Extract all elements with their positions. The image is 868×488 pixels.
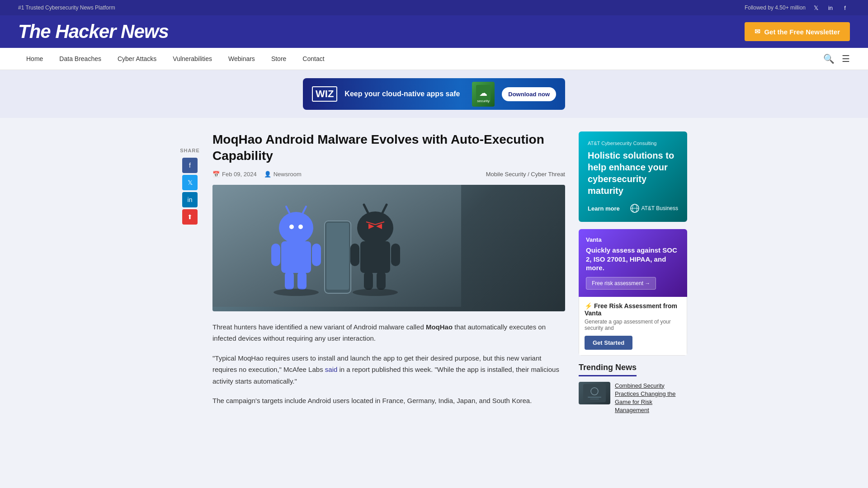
banner-image: ☁ security bbox=[472, 82, 495, 107]
svg-point-8 bbox=[298, 225, 303, 229]
calendar-icon: 📅 bbox=[212, 171, 220, 178]
free-risk-title: Free Risk Assessment from Vanta bbox=[585, 302, 681, 317]
share-label: SHARE bbox=[180, 148, 200, 153]
svg-rect-9 bbox=[281, 241, 311, 273]
article-image bbox=[212, 185, 565, 311]
svg-rect-24 bbox=[350, 244, 359, 266]
att-footer: Learn more AT&T Business bbox=[588, 204, 678, 213]
svg-point-29 bbox=[353, 289, 398, 296]
svg-rect-15 bbox=[326, 223, 349, 290]
email-icon: ✉ bbox=[755, 28, 760, 36]
article-date: 📅 Feb 09, 2024 bbox=[212, 171, 257, 178]
share-sidebar: SHARE f 𝕏 in ⬆ bbox=[181, 131, 199, 415]
svg-rect-23 bbox=[360, 241, 390, 273]
att-headline: Holistic solutions to help enhance your … bbox=[588, 150, 678, 197]
linkedin-icon[interactable]: in bbox=[826, 3, 835, 13]
banner-cta-button[interactable]: Download now bbox=[502, 87, 556, 101]
trending-item: Combined Security Practices Changing the… bbox=[579, 382, 687, 415]
share-twitter-button[interactable]: 𝕏 bbox=[182, 175, 198, 190]
svg-point-7 bbox=[289, 225, 294, 229]
top-bar: #1 Trusted Cybersecurity News Platform F… bbox=[0, 0, 868, 15]
svg-rect-27 bbox=[377, 272, 386, 290]
article-paragraph-1: Threat hunters have identified a new var… bbox=[212, 321, 565, 344]
article-paragraph-2: "Typical MoqHao requires users to instal… bbox=[212, 352, 565, 387]
nav-vulnerabilities[interactable]: Vulnerabilities bbox=[165, 48, 220, 70]
banner-area: WIZ Keep your cloud-native apps safe ☁ s… bbox=[0, 70, 868, 118]
att-logo: AT&T Business bbox=[630, 204, 678, 213]
vanta-ad-content: Vanta Quickly assess against SOC 2, ISO … bbox=[579, 229, 687, 297]
article-paragraph-3: The campaign's targets include Android u… bbox=[212, 395, 565, 407]
share-other-button[interactable]: ⬆ bbox=[182, 209, 198, 225]
svg-rect-12 bbox=[285, 272, 294, 290]
right-sidebar: AT&T Cybersecurity Consulting Holistic s… bbox=[579, 131, 687, 415]
search-icon[interactable]: 🔍 bbox=[823, 53, 835, 64]
malware-name: MoqHao bbox=[426, 323, 453, 331]
free-risk-desc: Generate a gap assessment of your securi… bbox=[585, 319, 681, 331]
vanta-brand: Vanta bbox=[586, 236, 680, 243]
svg-rect-26 bbox=[364, 272, 373, 290]
svg-rect-25 bbox=[391, 244, 400, 266]
vanta-ad: Vanta Quickly assess against SOC 2, ISO … bbox=[579, 229, 687, 356]
svg-point-16 bbox=[357, 211, 393, 244]
nav-data-breaches[interactable]: Data Breaches bbox=[51, 48, 109, 70]
att-brand: AT&T Cybersecurity Consulting bbox=[588, 141, 678, 146]
facebook-icon[interactable]: f bbox=[840, 3, 850, 13]
banner-ad: WIZ Keep your cloud-native apps safe ☁ s… bbox=[303, 78, 565, 110]
nav-webinars[interactable]: Webinars bbox=[220, 48, 263, 70]
banner-text: Keep your cloud-native apps safe bbox=[344, 89, 465, 99]
svg-rect-13 bbox=[297, 272, 307, 290]
main-content: SHARE f 𝕏 in ⬆ MoqHao Android Malware Ev… bbox=[163, 118, 705, 428]
said-link[interactable]: said bbox=[325, 366, 338, 373]
site-logo[interactable]: The Hacker News bbox=[18, 21, 169, 42]
trending-item-link[interactable]: Combined Security Practices Changing the… bbox=[615, 382, 687, 415]
vanta-cta-button[interactable]: Free risk assessment → bbox=[586, 277, 656, 290]
tagline: #1 Trusted Cybersecurity News Platform bbox=[18, 5, 115, 11]
svg-text:☁: ☁ bbox=[479, 89, 487, 98]
article-area: MoqHao Android Malware Evolves with Auto… bbox=[212, 131, 565, 415]
nav-cyber-attacks[interactable]: Cyber Attacks bbox=[109, 48, 165, 70]
svg-rect-11 bbox=[312, 244, 321, 266]
att-ad-content: AT&T Cybersecurity Consulting Holistic s… bbox=[579, 131, 687, 222]
svg-rect-10 bbox=[271, 244, 280, 266]
author-icon: 👤 bbox=[264, 171, 271, 178]
article-body: Threat hunters have identified a new var… bbox=[212, 321, 565, 407]
att-learn-more[interactable]: Learn more bbox=[588, 205, 620, 212]
get-started-button[interactable]: Get Started bbox=[585, 336, 632, 350]
nav-links: Home Data Breaches Cyber Attacks Vulnera… bbox=[18, 48, 333, 70]
svg-point-28 bbox=[274, 289, 319, 296]
trending-section: Trending News Combined Security Practice… bbox=[579, 363, 687, 415]
twitter-icon[interactable]: 𝕏 bbox=[811, 3, 821, 13]
vanta-text: Quickly assess against SOC 2, ISO 27001,… bbox=[586, 246, 680, 272]
nav-contact[interactable]: Contact bbox=[294, 48, 332, 70]
navbar: Home Data Breaches Cyber Attacks Vulnera… bbox=[0, 48, 868, 70]
article-meta-left: 📅 Feb 09, 2024 👤 Newsroom bbox=[212, 171, 302, 178]
nav-store[interactable]: Store bbox=[263, 48, 294, 70]
att-ad: AT&T Cybersecurity Consulting Holistic s… bbox=[579, 131, 687, 222]
article-author: 👤 Newsroom bbox=[264, 171, 302, 178]
share-linkedin-button[interactable]: in bbox=[182, 192, 198, 207]
free-risk-section: Free Risk Assessment from Vanta Generate… bbox=[579, 297, 687, 356]
followers-text: Followed by 4.50+ million bbox=[745, 5, 806, 11]
nav-right: 🔍 ☰ bbox=[823, 53, 850, 64]
svg-rect-36 bbox=[590, 399, 599, 399]
trending-thumb bbox=[579, 382, 610, 404]
article-title: MoqHao Android Malware Evolves with Auto… bbox=[212, 131, 565, 164]
svg-point-4 bbox=[279, 212, 313, 244]
article-meta: 📅 Feb 09, 2024 👤 Newsroom Mobile Securit… bbox=[212, 171, 565, 178]
svg-rect-35 bbox=[588, 397, 601, 398]
article-category: Mobile Security / Cyber Threat bbox=[486, 171, 565, 178]
header: The Hacker News ✉ Get the Free Newslette… bbox=[0, 15, 868, 48]
newsletter-button[interactable]: ✉ Get the Free Newsletter bbox=[745, 22, 850, 41]
menu-icon[interactable]: ☰ bbox=[842, 53, 850, 64]
wiz-logo: WIZ bbox=[312, 86, 337, 102]
svg-text:security: security bbox=[477, 99, 490, 103]
share-facebook-button[interactable]: f bbox=[182, 158, 198, 173]
nav-home[interactable]: Home bbox=[18, 48, 51, 70]
trending-title: Trending News bbox=[579, 363, 637, 376]
att-logo-text: AT&T Business bbox=[641, 205, 678, 211]
